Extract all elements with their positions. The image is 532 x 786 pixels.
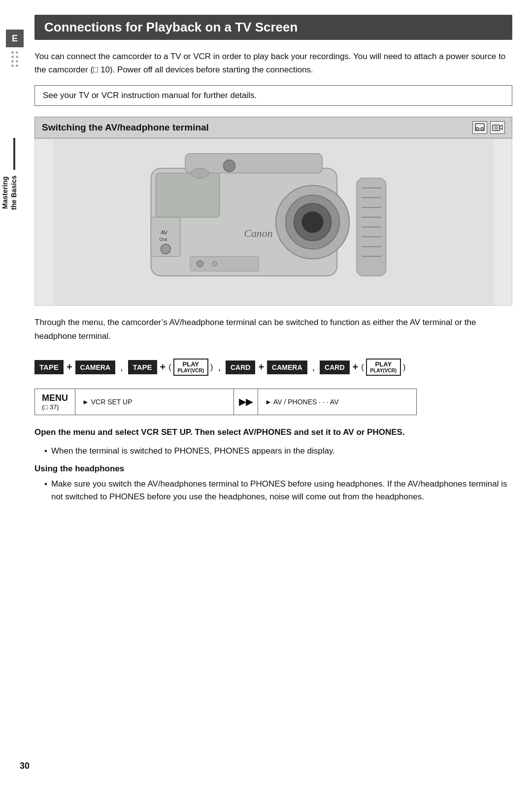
sidebar-label-line1: Mastering [1,176,9,209]
menu-label: MENU (□ 37) [35,389,75,415]
sidebar: E Mastering the Basics [0,0,30,786]
page-title: Connections for Playback on a TV Screen [34,15,512,40]
tape-icon-small [472,121,487,134]
btn-play-1: PLAY PLAY(VCR) [173,359,209,376]
svg-rect-13 [156,173,219,217]
plus-4: + [353,361,359,373]
paren-open-2: ( [361,363,364,372]
instruction-main: Open the menu and select VCR SET UP. The… [34,426,512,439]
svg-point-33 [212,262,217,266]
main-content: Connections for Playback on a TV Screen … [30,0,532,786]
section-icons [472,121,505,134]
comma-1: , [120,361,123,373]
svg-rect-4 [493,125,499,131]
svg-point-27 [161,244,170,254]
paren-close-2: ) [403,363,405,372]
bullet-1: When the terminal is switched to PHONES,… [44,445,512,458]
bullet-2-text: Make sure you switch the AV/headphones t… [51,478,512,503]
page-wrapper: E Mastering the Basics Connections for P… [0,0,532,786]
svg-point-2 [481,128,484,130]
menu-row: MENU (□ 37) ► VCR SET UP ▶▶ ► AV / PHONE… [34,389,417,415]
btn-tape-1: TAPE [34,360,64,374]
btn-camera-2: CAMERA [267,360,307,374]
camera-icon-small [490,121,505,134]
double-arrow: ▶▶ [233,389,258,415]
sidebar-dots [6,51,24,67]
menu-item-1: ► VCR SET UP [75,389,233,415]
svg-point-1 [476,128,479,130]
menu-item-1-text: ► VCR SET UP [82,398,133,406]
svg-point-28 [224,160,235,172]
comma-3: , [312,361,315,373]
section-title: Switching the AV/headphone terminal [42,122,209,133]
intro-text: You can connect the camcorder to a TV or… [34,50,512,76]
svg-text:Canon: Canon [244,228,272,239]
svg-text:AV: AV [161,229,167,235]
plus-3: + [258,361,264,373]
svg-point-12 [302,212,324,233]
button-sequence: TAPE + CAMERA , TAPE + ( PLAY PLAY(VCR) … [34,354,512,381]
svg-point-30 [191,168,209,178]
camera-image: AV Out Canon [34,138,512,306]
svg-marker-5 [499,125,502,130]
btn-card-2: CARD [320,360,349,374]
bullet-1-text: When the terminal is switched to PHONES,… [51,445,335,458]
svg-point-6 [495,127,498,129]
btn-camera-1: CAMERA [75,360,115,374]
plus-2: + [160,361,166,373]
btn-play-2: PLAY PLAY(VCR) [366,359,401,376]
menu-item-2: ► AV / PHONES · · · AV [258,389,416,415]
subheading-headphones: Using the headphones [34,464,512,474]
sidebar-label-line2: the Basics [10,175,18,210]
comma-2: , [218,361,221,373]
sidebar-e-badge: E [6,30,24,47]
paren-close-1: ) [210,363,213,372]
plus-1: + [66,361,72,373]
btn-tape-2: TAPE [128,360,157,374]
menu-item-2-text: ► AV / PHONES · · · AV [265,398,339,406]
note-box: See your TV or VCR instruction manual fo… [34,85,512,106]
btn-card-1: CARD [226,360,255,374]
svg-point-32 [197,261,203,267]
section-header-switching: Switching the AV/headphone terminal [34,117,512,138]
through-text: Through the menu, the camcorder’s AV/hea… [34,316,512,342]
bullet-2: Make sure you switch the AV/headphones t… [44,478,512,503]
menu-ref: (□ 37) [42,403,68,411]
paren-open-1: ( [168,363,171,372]
svg-text:Out: Out [159,236,167,242]
page-number: 30 [20,761,30,771]
